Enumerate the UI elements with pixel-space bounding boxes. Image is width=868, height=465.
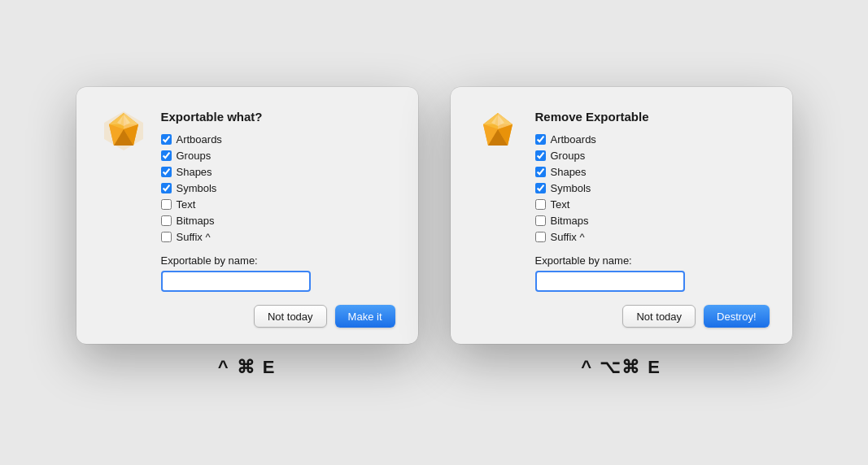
dialog1: Exportable what? Artboards Groups Shapes xyxy=(76,87,418,344)
checkbox-symbols-2[interactable]: Symbols xyxy=(535,182,685,194)
dialog1-wrapper: Exportable what? Artboards Groups Shapes xyxy=(76,87,418,378)
dialog2-name-input[interactable] xyxy=(535,271,685,292)
checkbox-shapes-1-input[interactable] xyxy=(161,167,172,177)
checkbox-bitmaps-2[interactable]: Bitmaps xyxy=(535,215,685,227)
checkbox-suffix-2[interactable]: Suffix ^ xyxy=(535,231,685,243)
checkbox-text-2[interactable]: Text xyxy=(535,198,685,211)
dialog1-name-input[interactable] xyxy=(161,271,311,292)
dialog2-wrapper: Remove Exportable Artboards Groups Shape… xyxy=(451,87,792,378)
dialog2-header: Remove Exportable Artboards Groups Shape… xyxy=(473,106,770,292)
checkbox-artboards-1-input[interactable] xyxy=(161,134,172,145)
checkbox-groups-1[interactable]: Groups xyxy=(161,150,311,162)
sketch-icon-1 xyxy=(99,106,148,155)
checkbox-groups-2[interactable]: Groups xyxy=(535,150,685,162)
checkbox-artboards-1[interactable]: Artboards xyxy=(161,133,311,146)
dialog2-checkbox-list: Artboards Groups Shapes Symbols xyxy=(535,133,685,243)
shortcut2-label: ^ ⌥⌘ E xyxy=(581,357,661,378)
dialog1-title: Exportable what? xyxy=(161,110,311,124)
checkbox-bitmaps-1-label: Bitmaps xyxy=(177,215,215,227)
checkbox-symbols-2-label: Symbols xyxy=(551,182,591,194)
checkbox-text-1-label: Text xyxy=(177,198,196,211)
checkbox-suffix-2-input[interactable] xyxy=(535,232,546,242)
checkbox-text-2-input[interactable] xyxy=(535,199,546,210)
checkbox-text-1[interactable]: Text xyxy=(161,198,311,211)
checkbox-symbols-2-input[interactable] xyxy=(535,183,546,193)
checkbox-symbols-1-label: Symbols xyxy=(177,182,217,194)
checkbox-shapes-2[interactable]: Shapes xyxy=(535,166,685,178)
checkbox-bitmaps-2-label: Bitmaps xyxy=(551,215,589,227)
checkbox-symbols-1-input[interactable] xyxy=(161,183,172,193)
dialog1-checkbox-list: Artboards Groups Shapes Symbols xyxy=(161,133,311,243)
checkbox-groups-2-label: Groups xyxy=(551,150,586,162)
checkbox-shapes-1-label: Shapes xyxy=(177,166,212,178)
dialog2-buttons: Not today Destroy! xyxy=(473,305,770,328)
checkbox-shapes-1[interactable]: Shapes xyxy=(161,166,311,178)
dialog1-content: Exportable what? Artboards Groups Shapes xyxy=(161,106,311,292)
dialog2-field-label: Exportable by name: xyxy=(535,254,685,267)
checkbox-symbols-1[interactable]: Symbols xyxy=(161,182,311,194)
dialog1-cancel-button[interactable]: Not today xyxy=(254,305,327,328)
checkbox-artboards-2-input[interactable] xyxy=(535,134,546,145)
dialog2-confirm-button[interactable]: Destroy! xyxy=(704,305,769,328)
checkbox-shapes-2-input[interactable] xyxy=(535,167,546,177)
sketch-icon-2 xyxy=(473,106,522,155)
checkbox-groups-2-input[interactable] xyxy=(535,150,546,161)
checkbox-bitmaps-2-input[interactable] xyxy=(535,215,546,226)
checkbox-groups-1-input[interactable] xyxy=(161,150,172,161)
checkbox-suffix-1[interactable]: Suffix ^ xyxy=(161,231,311,243)
dialog2-content: Remove Exportable Artboards Groups Shape… xyxy=(535,106,685,292)
checkbox-artboards-2[interactable]: Artboards xyxy=(535,133,685,146)
dialog1-header: Exportable what? Artboards Groups Shapes xyxy=(99,106,395,292)
checkbox-suffix-1-input[interactable] xyxy=(161,232,172,242)
checkbox-shapes-2-label: Shapes xyxy=(551,166,587,178)
checkbox-bitmaps-1[interactable]: Bitmaps xyxy=(161,215,311,227)
checkbox-suffix-2-label: Suffix ^ xyxy=(551,231,585,243)
dialog2: Remove Exportable Artboards Groups Shape… xyxy=(451,87,792,344)
checkbox-suffix-1-label: Suffix ^ xyxy=(177,231,211,243)
checkbox-text-2-label: Text xyxy=(551,198,570,211)
checkbox-artboards-1-label: Artboards xyxy=(177,133,222,146)
shortcut1-label: ^ ⌘ E xyxy=(218,357,277,378)
checkbox-groups-1-label: Groups xyxy=(177,150,212,162)
checkbox-text-1-input[interactable] xyxy=(161,199,172,210)
dialog1-field-label: Exportable by name: xyxy=(161,254,311,267)
dialog1-buttons: Not today Make it xyxy=(99,305,395,328)
dialog1-confirm-button[interactable]: Make it xyxy=(335,305,395,328)
checkbox-bitmaps-1-input[interactable] xyxy=(161,215,172,226)
dialog2-cancel-button[interactable]: Not today xyxy=(622,305,696,328)
dialog2-title: Remove Exportable xyxy=(535,110,685,124)
checkbox-artboards-2-label: Artboards xyxy=(551,133,596,146)
